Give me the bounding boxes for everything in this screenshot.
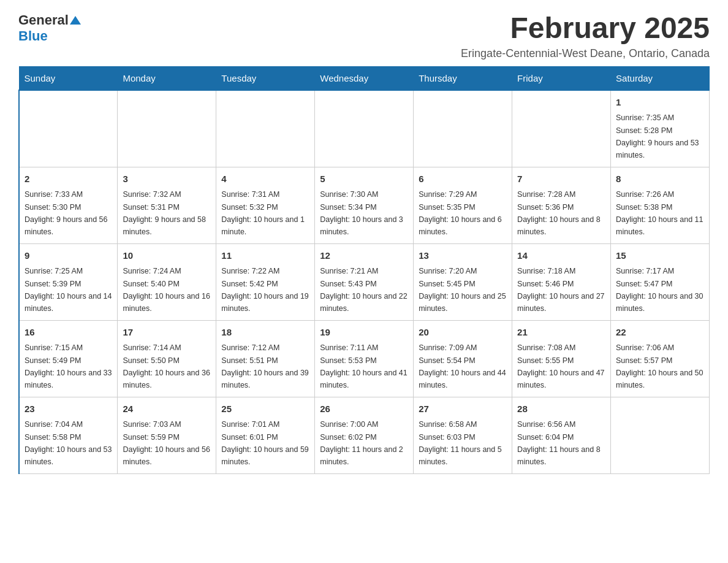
day-number: 23: [25, 402, 112, 416]
day-number: 27: [419, 402, 507, 416]
day-number: 10: [123, 249, 211, 263]
calendar-cell: 17Sunrise: 7:14 AM Sunset: 5:50 PM Dayli…: [118, 320, 216, 397]
day-number: 24: [123, 402, 211, 416]
day-info: Sunrise: 7:11 AM Sunset: 5:53 PM Dayligh…: [320, 343, 407, 389]
day-info: Sunrise: 7:25 AM Sunset: 5:39 PM Dayligh…: [25, 267, 112, 313]
day-info: Sunrise: 7:30 AM Sunset: 5:34 PM Dayligh…: [320, 190, 403, 236]
day-number: 9: [25, 249, 112, 263]
day-info: Sunrise: 7:18 AM Sunset: 5:46 PM Dayligh…: [517, 267, 604, 313]
day-info: Sunrise: 7:12 AM Sunset: 5:51 PM Dayligh…: [221, 343, 308, 389]
calendar-cell: 24Sunrise: 7:03 AM Sunset: 5:59 PM Dayli…: [118, 397, 216, 473]
day-info: Sunrise: 7:28 AM Sunset: 5:36 PM Dayligh…: [517, 190, 601, 236]
calendar-cell: [19, 90, 118, 167]
day-info: Sunrise: 7:06 AM Sunset: 5:57 PM Dayligh…: [616, 343, 703, 389]
weekday-header-thursday: Thursday: [414, 66, 512, 90]
day-number: 7: [517, 172, 605, 186]
weekday-header-tuesday: Tuesday: [216, 66, 315, 90]
day-number: 20: [419, 326, 507, 340]
calendar-week-1: 1Sunrise: 7:35 AM Sunset: 5:28 PM Daylig…: [19, 90, 710, 167]
calendar-cell: 22Sunrise: 7:06 AM Sunset: 5:57 PM Dayli…: [611, 320, 710, 397]
logo-triangle-icon: [70, 16, 81, 25]
day-info: Sunrise: 7:22 AM Sunset: 5:42 PM Dayligh…: [221, 267, 308, 313]
calendar-cell: 14Sunrise: 7:18 AM Sunset: 5:46 PM Dayli…: [512, 243, 611, 320]
calendar-cell: 11Sunrise: 7:22 AM Sunset: 5:42 PM Dayli…: [216, 243, 315, 320]
calendar-cell: 26Sunrise: 7:00 AM Sunset: 6:02 PM Dayli…: [315, 397, 414, 473]
weekday-header-saturday: Saturday: [611, 66, 710, 90]
weekday-header-sunday: Sunday: [19, 66, 118, 90]
day-info: Sunrise: 7:14 AM Sunset: 5:50 PM Dayligh…: [123, 343, 210, 389]
calendar-cell: 1Sunrise: 7:35 AM Sunset: 5:28 PM Daylig…: [611, 90, 710, 167]
day-number: 25: [221, 402, 309, 416]
logo: General Blue: [18, 12, 81, 44]
calendar-cell: 20Sunrise: 7:09 AM Sunset: 5:54 PM Dayli…: [414, 320, 512, 397]
weekday-header-friday: Friday: [512, 66, 611, 90]
day-info: Sunrise: 7:33 AM Sunset: 5:30 PM Dayligh…: [25, 190, 108, 236]
day-number: 3: [123, 172, 211, 186]
month-title: February 2025: [461, 12, 710, 45]
logo-blue: Blue: [18, 28, 48, 44]
day-number: 11: [221, 249, 309, 263]
calendar-cell: 25Sunrise: 7:01 AM Sunset: 6:01 PM Dayli…: [216, 397, 315, 473]
day-info: Sunrise: 7:15 AM Sunset: 5:49 PM Dayligh…: [25, 343, 112, 389]
title-area: February 2025 Eringate-Centennial-West D…: [461, 12, 710, 60]
day-number: 19: [320, 326, 408, 340]
day-number: 4: [221, 172, 309, 186]
calendar-cell: 10Sunrise: 7:24 AM Sunset: 5:40 PM Dayli…: [118, 243, 216, 320]
page-header: General Blue February 2025 Eringate-Cent…: [18, 12, 710, 60]
day-number: 28: [517, 402, 605, 416]
logo-general: General: [18, 12, 69, 28]
calendar-cell: [315, 90, 414, 167]
calendar-cell: [118, 90, 216, 167]
day-number: 13: [419, 249, 507, 263]
day-number: 14: [517, 249, 605, 263]
day-info: Sunrise: 7:01 AM Sunset: 6:01 PM Dayligh…: [221, 420, 308, 466]
calendar-cell: 28Sunrise: 6:56 AM Sunset: 6:04 PM Dayli…: [512, 397, 611, 473]
weekday-header-wednesday: Wednesday: [315, 66, 414, 90]
day-info: Sunrise: 6:56 AM Sunset: 6:04 PM Dayligh…: [517, 420, 601, 466]
calendar-cell: 21Sunrise: 7:08 AM Sunset: 5:55 PM Dayli…: [512, 320, 611, 397]
calendar-week-5: 23Sunrise: 7:04 AM Sunset: 5:58 PM Dayli…: [19, 397, 710, 473]
day-number: 26: [320, 402, 408, 416]
day-info: Sunrise: 7:17 AM Sunset: 5:47 PM Dayligh…: [616, 267, 703, 313]
calendar-cell: 12Sunrise: 7:21 AM Sunset: 5:43 PM Dayli…: [315, 243, 414, 320]
day-info: Sunrise: 7:09 AM Sunset: 5:54 PM Dayligh…: [419, 343, 506, 389]
day-info: Sunrise: 7:21 AM Sunset: 5:43 PM Dayligh…: [320, 267, 407, 313]
calendar-week-4: 16Sunrise: 7:15 AM Sunset: 5:49 PM Dayli…: [19, 320, 710, 397]
weekday-header-monday: Monday: [118, 66, 216, 90]
calendar-cell: 8Sunrise: 7:26 AM Sunset: 5:38 PM Daylig…: [611, 167, 710, 243]
day-info: Sunrise: 7:32 AM Sunset: 5:31 PM Dayligh…: [123, 190, 206, 236]
calendar-week-3: 9Sunrise: 7:25 AM Sunset: 5:39 PM Daylig…: [19, 243, 710, 320]
calendar-cell: 3Sunrise: 7:32 AM Sunset: 5:31 PM Daylig…: [118, 167, 216, 243]
calendar-cell: 13Sunrise: 7:20 AM Sunset: 5:45 PM Dayli…: [414, 243, 512, 320]
calendar-cell: [611, 397, 710, 473]
calendar-cell: 23Sunrise: 7:04 AM Sunset: 5:58 PM Dayli…: [19, 397, 118, 473]
calendar-cell: 5Sunrise: 7:30 AM Sunset: 5:34 PM Daylig…: [315, 167, 414, 243]
day-number: 17: [123, 326, 211, 340]
calendar-week-2: 2Sunrise: 7:33 AM Sunset: 5:30 PM Daylig…: [19, 167, 710, 243]
day-info: Sunrise: 7:24 AM Sunset: 5:40 PM Dayligh…: [123, 267, 210, 313]
calendar-cell: 16Sunrise: 7:15 AM Sunset: 5:49 PM Dayli…: [19, 320, 118, 397]
location: Eringate-Centennial-West Deane, Ontario,…: [461, 47, 710, 60]
day-info: Sunrise: 7:03 AM Sunset: 5:59 PM Dayligh…: [123, 420, 210, 466]
day-number: 16: [25, 326, 112, 340]
calendar-cell: 19Sunrise: 7:11 AM Sunset: 5:53 PM Dayli…: [315, 320, 414, 397]
day-number: 5: [320, 172, 408, 186]
day-number: 1: [616, 96, 704, 110]
calendar-cell: 9Sunrise: 7:25 AM Sunset: 5:39 PM Daylig…: [19, 243, 118, 320]
calendar-cell: 6Sunrise: 7:29 AM Sunset: 5:35 PM Daylig…: [414, 167, 512, 243]
calendar-table: SundayMondayTuesdayWednesdayThursdayFrid…: [18, 66, 710, 474]
day-info: Sunrise: 7:20 AM Sunset: 5:45 PM Dayligh…: [419, 267, 506, 313]
day-info: Sunrise: 7:26 AM Sunset: 5:38 PM Dayligh…: [616, 190, 703, 236]
day-info: Sunrise: 7:00 AM Sunset: 6:02 PM Dayligh…: [320, 420, 403, 466]
day-number: 8: [616, 172, 704, 186]
calendar-cell: 4Sunrise: 7:31 AM Sunset: 5:32 PM Daylig…: [216, 167, 315, 243]
day-number: 21: [517, 326, 605, 340]
calendar-cell: [414, 90, 512, 167]
day-number: 12: [320, 249, 408, 263]
calendar-cell: [512, 90, 611, 167]
day-info: Sunrise: 7:35 AM Sunset: 5:28 PM Dayligh…: [616, 113, 699, 159]
day-info: Sunrise: 7:31 AM Sunset: 5:32 PM Dayligh…: [221, 190, 305, 236]
calendar-cell: 15Sunrise: 7:17 AM Sunset: 5:47 PM Dayli…: [611, 243, 710, 320]
day-number: 22: [616, 326, 704, 340]
calendar-cell: [216, 90, 315, 167]
